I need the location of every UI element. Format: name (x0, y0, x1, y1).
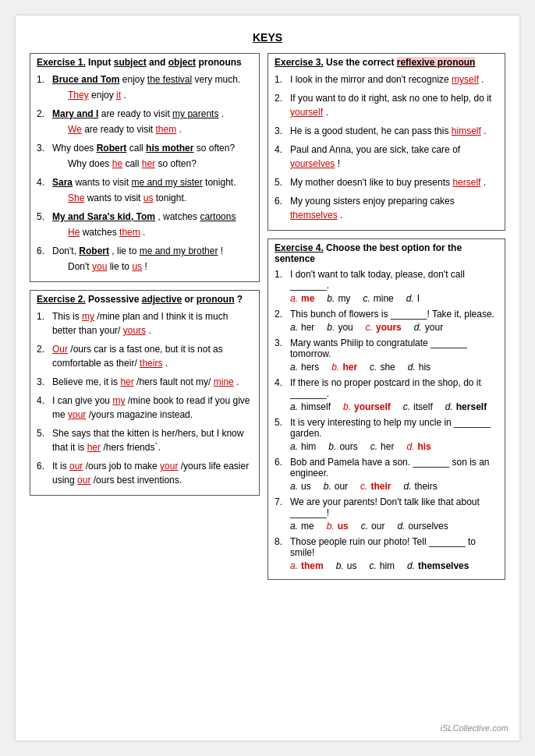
ex1-1-f: . (123, 90, 126, 101)
ex3-3-text: He is a good student, he can pass this (290, 125, 452, 136)
ex2-q: ? (237, 294, 243, 305)
ex4-7-d-letter: d. (397, 521, 405, 532)
ex1-1-it: it (116, 90, 121, 101)
ex4-6-a-word: us (301, 481, 311, 492)
ex4-2-q: 2. This bunch of flowers is _______! Tak… (275, 309, 498, 320)
ex4-3-opt-a: a. hers (290, 362, 319, 373)
ex2-item1: This is my /mine plan and I think it is … (37, 309, 253, 337)
ex4-4-text: If there is no proper postcard in the sh… (290, 377, 481, 399)
ex1-subject: subject (114, 57, 147, 68)
ex1-3-c: so often? (197, 143, 235, 154)
ex2-1-yours: yours (123, 325, 146, 336)
ex4-1-b-word: my (338, 293, 350, 304)
ex4-3-options: a. hers b. her c. she d. his (275, 362, 498, 373)
ex3-item3: He is a good student, he can pass this h… (275, 124, 498, 138)
ex4-2-opt-c: c. yours (366, 322, 402, 333)
ex2-2-theirs: theirs (140, 358, 162, 369)
ex4-4-opt-a: a. himself (290, 401, 331, 412)
ex4-4-d-word: herself (456, 401, 487, 412)
ex1-2-c: my parents (172, 108, 218, 119)
ex4-5-c-letter: c. (370, 441, 377, 452)
ex4-3-num: 3. (275, 337, 282, 348)
ex4-4-num: 4. (275, 377, 282, 388)
ex4-2-opt-d: d. your (414, 322, 443, 333)
ex2-2-our: Our (52, 344, 68, 355)
ex4-4-c-word: itself (413, 401, 433, 412)
ex4-1-num: 1. (275, 269, 282, 280)
ex1-2-f: . (179, 124, 182, 135)
exercise1-title: Exercise 1. Input subject and object pro… (37, 57, 253, 68)
ex4-2-a-letter: a. (290, 322, 298, 333)
ex4-item5: 5. It is very interesting to help my unc… (275, 417, 498, 452)
ex1-3-her: her (142, 158, 155, 169)
ex4-3-b-letter: b. (331, 362, 339, 373)
ex1-4-she: She (68, 193, 84, 203)
ex3-item2: If you want to do it right, ask no one t… (275, 91, 498, 119)
ex2-4-c: /yours magazine instead. (89, 409, 193, 420)
ex1-object: object (168, 57, 196, 68)
ex1-4-meandsis: me and my sister (131, 177, 202, 188)
ex1-2-a: Mary and I (52, 108, 98, 119)
ex4-6-opt-d: d. theirs (403, 481, 437, 492)
ex4-7-opt-c: c. our (361, 521, 385, 532)
ex1-4-b: tonight. (205, 177, 236, 188)
ex1-4-d: tonight. (156, 193, 186, 203)
ex4-5-b-word: ours (339, 441, 357, 452)
ex1-1-d: very much. (195, 74, 241, 85)
ex4-1-options: a. me b. my c. mine d. I (275, 293, 498, 304)
ex4-7-opt-d: d. ourselves (397, 521, 448, 532)
ex2-item6: It is our /ours job to make your /yours … (37, 459, 253, 487)
ex1-3-hismother: his mother (146, 143, 193, 154)
ex1-6-e: lie to (110, 261, 133, 272)
ex4-2-num: 2. (275, 309, 282, 320)
ex2-adj: adjective (142, 294, 182, 305)
ex4-7-b-letter: b. (327, 521, 335, 532)
ex2-3-her: her (120, 376, 133, 387)
ex4-1-opt-d: d. I (406, 293, 420, 304)
ex2-6-our: our (69, 461, 83, 472)
ex4-3-opt-b: b. her (331, 362, 357, 373)
ex4-4-opt-c: c. itself (403, 401, 433, 412)
ex4-5-a-letter: a. (290, 441, 298, 452)
columns-container: Exercise 1. Input subject and object pro… (30, 53, 505, 588)
ex3-1-end: . (481, 74, 484, 85)
ex4-7-options: a. me b. us c. our d. ourselves (275, 521, 498, 532)
ex3-1-ans: myself (452, 74, 479, 85)
ex1-5-he: He (68, 227, 80, 238)
ex1-6-f: ! (144, 261, 147, 272)
ex4-7-opt-a: a. me (290, 521, 314, 532)
exercise2-list: This is my /mine plan and I think it is … (37, 309, 253, 487)
ex1-and: and (149, 57, 168, 68)
ex1-3-e: call (125, 158, 141, 169)
ex1-2-we: We (68, 124, 82, 135)
ex3-3-end: . (484, 125, 486, 136)
ex4-6-b-word: our (335, 481, 348, 492)
ex4-7-a-letter: a. (290, 521, 298, 532)
ex1-5-cartoons: cartoons (200, 211, 236, 222)
ex4-3-opt-d: d. his (408, 362, 430, 373)
ex2-pron: pronoun (197, 294, 235, 305)
ex4-1-c-letter: c. (363, 293, 370, 304)
ex1-1-they: They (68, 90, 89, 101)
ex1-3-b: call (129, 143, 146, 154)
ex4-6-options: a. us b. our c. their d. theirs (275, 481, 498, 492)
ex4-8-opt-d: d. themselves (407, 560, 469, 571)
ex2-3-a: Believe me, it is (52, 376, 120, 387)
ex4-1-a-letter: a. (290, 293, 298, 304)
ex1-6-cont: Don't you lie to us ! (52, 260, 253, 274)
ex1-5-cont: He watches them . (52, 225, 253, 239)
exercise1-list: Bruce and Tom enjoy the festival very mu… (37, 72, 253, 274)
exercise4-box: Exercise 4. Choose the best option for t… (268, 238, 505, 580)
ex4-2-b-letter: b. (327, 322, 335, 333)
ex4-6-d-letter: d. (403, 481, 411, 492)
ex1-num: Exercise 1. (37, 57, 86, 68)
ex2-4-my: my (112, 395, 125, 406)
ex4-7-d-word: ourselves (408, 521, 448, 532)
ex4-5-opt-a: a. him (290, 441, 316, 452)
ex4-2-d-word: your (425, 322, 443, 333)
ex1-4-a: wants to visit (75, 177, 131, 188)
ex1-5-myandsara: My and Sara's kid, Tom (52, 211, 155, 222)
ex1-5-c: . (143, 227, 145, 238)
ex4-8-d-letter: d. (407, 560, 415, 571)
ex1-6-a: Don't, (52, 246, 79, 256)
